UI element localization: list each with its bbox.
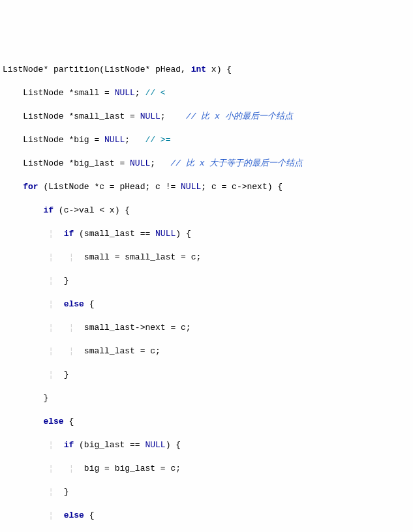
code-line: } <box>3 392 410 404</box>
code-line: ListNode *big = NULL; // >= <box>3 134 410 146</box>
code-line: ¦ ¦ small_last->next = c; <box>3 322 410 334</box>
code-line: if (c->val < x) { <box>3 205 410 216</box>
code-block: ListNode* partition(ListNode* pHead, int… <box>3 52 410 532</box>
code-line: ¦ if (big_last == NULL) { <box>3 439 410 451</box>
code-line: ¦ else { <box>3 510 410 522</box>
code-line: ¦ } <box>3 486 410 498</box>
code-line: ListNode *big_last = NULL; // 比 x 大于等于的最… <box>3 158 410 170</box>
code-line: ListNode *small = NULL; // < <box>3 87 410 99</box>
code-line: ¦ } <box>3 275 410 287</box>
code-line: ¦ else { <box>3 299 410 310</box>
code-line: ¦ ¦ small_last = c; <box>3 346 410 357</box>
code-line: else { <box>3 416 410 428</box>
code-line: for (ListNode *c = pHead; c != NULL; c =… <box>3 181 410 193</box>
code-line: ¦ if (small_last == NULL) { <box>3 228 410 240</box>
code-line: ¦ ¦ small = small_last = c; <box>3 252 410 263</box>
code-line: ListNode* partition(ListNode* pHead, int… <box>3 64 410 76</box>
code-line: ¦ ¦ big = big_last = c; <box>3 463 410 475</box>
code-line: ¦ } <box>3 369 410 381</box>
code-line: ListNode *small_last = NULL; // 比 x 小的最后… <box>3 111 410 123</box>
